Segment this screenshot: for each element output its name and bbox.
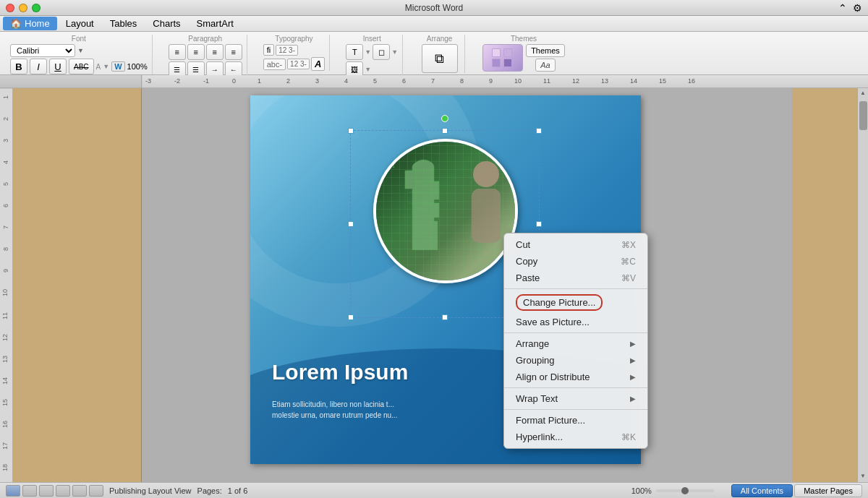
ctx-align-distribute-arrow: ▶: [630, 373, 636, 381]
pages-label: Pages:: [197, 486, 222, 495]
toolbar-group-typography: Typography fi 12 3- abc- 12 3- A: [259, 35, 331, 71]
view-icon-5[interactable]: [72, 485, 87, 497]
ctx-align-distribute[interactable]: Align or Distribute ▶: [504, 369, 647, 385]
bold-button[interactable]: B: [10, 59, 27, 74]
ctx-copy[interactable]: Copy ⌘C: [504, 253, 647, 270]
italic-button[interactable]: I: [30, 59, 47, 74]
ruler-content: -3 -2 -1 0 1 2 3 4 5 6 7 8 9 10 11 12 13…: [142, 75, 868, 87]
toolbar-group-paragraph: Paragraph ≡ ≡ ≡ ≡ ☰ ☰ → ←: [164, 35, 247, 77]
themes-aa-btn[interactable]: Aa: [535, 59, 555, 72]
align-right-button[interactable]: ≡: [206, 44, 224, 60]
dropdown-icon: ▼: [77, 47, 84, 54]
menu-smartart-label: SmartArt: [197, 18, 234, 29]
ruler-minus3: -3: [145, 77, 151, 85]
v-ruler-8: 8: [2, 247, 9, 251]
ctx-format-picture[interactable]: Format Picture...: [504, 412, 647, 429]
ctx-hyperlink[interactable]: Hyperlink... ⌘K: [504, 429, 647, 445]
view-icon-4[interactable]: [56, 485, 70, 497]
zoom-slider-track[interactable]: [656, 489, 714, 492]
ctx-paste[interactable]: Paste ⌘V: [504, 270, 647, 286]
minimize-button[interactable]: [19, 4, 27, 12]
ctx-arrange-label: Arrange: [516, 338, 549, 349]
rotation-handle[interactable]: [441, 115, 448, 122]
ctx-save-as-picture[interactable]: Save as Picture...: [504, 314, 647, 330]
scrollbar-vertical[interactable]: ▲ ▼: [857, 88, 868, 482]
ctx-copy-shortcut: ⌘C: [621, 257, 636, 267]
themes-palette-button[interactable]: [482, 44, 523, 72]
resize-icon[interactable]: ⌃: [838, 2, 847, 14]
handle-tl: [348, 128, 354, 134]
v-ruler-2: 2: [2, 117, 9, 121]
num-style2: 12 3-: [287, 59, 310, 69]
justify-button[interactable]: ≡: [225, 44, 242, 60]
menu-item-charts[interactable]: Charts: [145, 17, 187, 30]
menu-item-home[interactable]: 🏠 Home: [3, 17, 57, 30]
menu-layout-label: Layout: [66, 18, 94, 29]
shape-dropdown[interactable]: ▼: [391, 48, 398, 56]
ctx-change-picture-label: Change Picture...: [516, 294, 603, 311]
word-icon[interactable]: W: [111, 61, 124, 72]
scroll-up-arrow[interactable]: ▲: [860, 90, 866, 96]
ctx-arrange[interactable]: Arrange ▶: [504, 335, 647, 352]
themes-label-btn[interactable]: Themes: [526, 44, 565, 57]
align-left-button[interactable]: ≡: [169, 44, 186, 60]
align-center-button[interactable]: ≡: [187, 44, 205, 60]
arrange-button[interactable]: ⧉: [422, 44, 458, 73]
menu-tables-label: Tables: [110, 18, 137, 29]
ctx-change-picture[interactable]: Change Picture...: [504, 291, 647, 314]
maximize-button[interactable]: [32, 4, 41, 12]
ctx-wrap-text[interactable]: Wrap Text ▶: [504, 390, 647, 407]
settings-icon[interactable]: ⚙: [853, 2, 862, 14]
ctx-cut[interactable]: Cut ⌘X: [504, 236, 647, 253]
view-icon-1[interactable]: [6, 485, 20, 497]
content-tabs: All Contents Master Pages: [731, 484, 862, 497]
ruler-1: 1: [258, 77, 261, 85]
view-icon-6[interactable]: [89, 485, 103, 497]
ruler: -3 -2 -1 0 1 2 3 4 5 6 7 8 9 10 11 12 13…: [0, 75, 868, 88]
v-ruler-12: 12: [1, 334, 9, 341]
underline-button[interactable]: U: [49, 59, 67, 74]
ruler-0: 0: [232, 77, 236, 85]
ruler-svg: [142, 75, 868, 88]
zoom-slider-thumb[interactable]: [681, 487, 689, 494]
media-dropdown[interactable]: ▼: [365, 66, 371, 73]
ruler-2: 2: [286, 77, 290, 85]
text-box-button[interactable]: T: [346, 44, 363, 60]
scroll-thumb[interactable]: [859, 101, 867, 130]
font-name-select[interactable]: Calibri: [10, 44, 75, 57]
zoom-value: 100%: [127, 62, 148, 71]
close-button[interactable]: [6, 4, 14, 12]
view-icon-3[interactable]: [39, 485, 54, 497]
title-bar: Microsoft Word ⌃ ⚙: [0, 0, 868, 16]
view-icon-2[interactable]: [22, 485, 37, 497]
text-box-dropdown[interactable]: ▼: [365, 48, 371, 56]
handle-bl: [348, 314, 354, 320]
scroll-down-arrow[interactable]: ▼: [860, 473, 866, 479]
document-area: 01101100100101111001: [142, 88, 868, 482]
ruler-6: 6: [402, 77, 406, 85]
zoom-value-status: 100%: [631, 486, 652, 495]
ctx-copy-label: Copy: [516, 256, 537, 267]
ctx-paste-shortcut: ⌘V: [621, 273, 636, 283]
ctx-separator-1: [504, 288, 647, 289]
ruler-12: 12: [572, 77, 579, 85]
pages-value: 1 of 6: [228, 486, 248, 495]
ruler-minus2: -2: [174, 77, 180, 85]
menu-item-smartart[interactable]: SmartArt: [190, 17, 241, 30]
menu-item-layout[interactable]: Layout: [59, 17, 101, 30]
ruler-8: 8: [460, 77, 464, 85]
handle-tm: [442, 128, 448, 134]
strikethrough-button[interactable]: ABC: [69, 59, 94, 74]
shape-button[interactable]: ◻: [373, 44, 390, 60]
master-pages-tab[interactable]: Master Pages: [794, 484, 862, 497]
vertical-ruler: 1 2 3 4 5 6 7 8 9 10 11 12 13 14 15 16 1…: [0, 88, 13, 482]
ctx-grouping[interactable]: Grouping ▶: [504, 352, 647, 369]
insert-controls: T ▼ ◻ ▼ 🖼 ▼: [346, 44, 398, 77]
handle-mr: [536, 221, 542, 227]
ctx-separator-2: [504, 332, 647, 333]
all-contents-tab[interactable]: All Contents: [731, 484, 793, 497]
font-color-dropdown[interactable]: ▼: [103, 63, 109, 70]
align-row: ≡ ≡ ≡ ≡: [169, 44, 242, 60]
v-ruler-9: 9: [2, 269, 9, 272]
menu-item-tables[interactable]: Tables: [103, 17, 145, 30]
